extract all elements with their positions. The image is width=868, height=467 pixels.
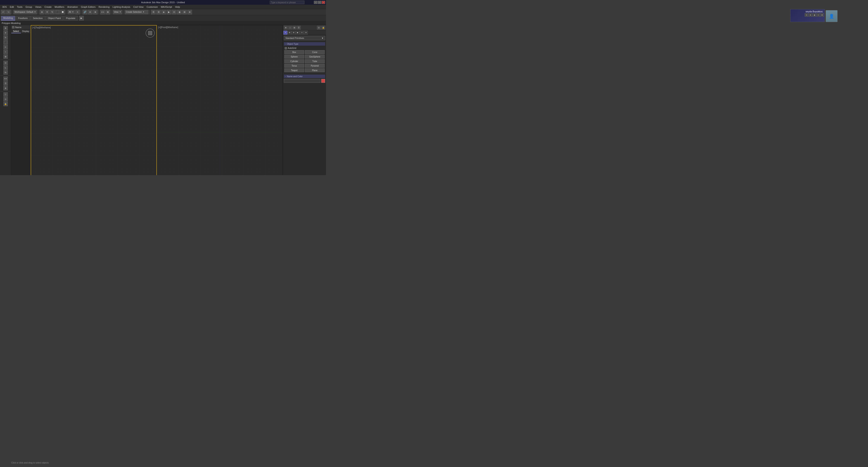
sb-align[interactable]: ☰ (3, 81, 8, 86)
obj-btn-pyramid[interactable]: Pyramid (305, 64, 325, 68)
obj-btn-teapot[interactable]: Teapot (284, 68, 304, 72)
rp-tab-create[interactable]: ✦ (283, 31, 287, 35)
sb-relax[interactable]: ≈ (3, 50, 8, 54)
obj-btn-geosphere[interactable]: GeoSphere (305, 55, 325, 59)
tb-snap[interactable]: 🔲 (60, 10, 65, 14)
tb-scale[interactable]: ⬛ (55, 10, 60, 14)
menu-help[interactable]: Help (174, 5, 181, 9)
sb-rotate[interactable]: ↻ (3, 35, 8, 40)
tb-redo[interactable]: ↪ (6, 10, 11, 14)
rp-scene-btn[interactable]: ⊕ (284, 26, 288, 30)
scene-tab-display[interactable]: Display (21, 29, 31, 33)
minimize-btn[interactable]: ─ (314, 1, 317, 4)
rp-layers-btn[interactable]: ☰ (297, 26, 301, 30)
menu-rendering[interactable]: Rendering (97, 5, 111, 9)
tab-object-paint[interactable]: Object Paint (45, 16, 63, 21)
create-selection-dropdown[interactable]: Create Selection ▼ (125, 10, 148, 14)
sb-time[interactable]: ⊙ (3, 97, 8, 101)
sb-hierarchy[interactable]: ⊕ (3, 86, 8, 90)
obj-btn-torus[interactable]: Torus (284, 64, 304, 68)
tab-selection[interactable]: Selection (30, 16, 45, 21)
tab-more[interactable]: ▶ (79, 16, 84, 21)
tb-more1[interactable]: ⊞ (182, 10, 187, 14)
tb-bind[interactable]: ⊕ (93, 10, 98, 14)
rp-objects-btn[interactable]: □ (288, 26, 292, 30)
rp-tab-modify[interactable]: ⊞ (287, 31, 291, 35)
tb-undo[interactable]: ↩ (1, 10, 6, 14)
sb-paint[interactable]: ✏ (3, 45, 8, 49)
menu-tools[interactable]: Tools (16, 5, 24, 9)
tab-populate[interactable]: Populate (63, 16, 78, 21)
tb-render[interactable]: ▶ (166, 10, 171, 14)
viewport-top[interactable]: [+][Top][Wireframe] X Y (31, 25, 157, 175)
scene-tab-select[interactable]: Select (11, 29, 21, 33)
maximize-btn[interactable]: □ (318, 1, 321, 4)
sb-funnel[interactable]: ▽ (3, 92, 8, 97)
tb-named-sel[interactable]: ≡ (75, 10, 80, 14)
obj-btn-tube[interactable]: Tube (305, 59, 325, 63)
sb-constraint[interactable]: ⊞ (3, 55, 8, 59)
tb-align[interactable]: ⊞ (105, 10, 110, 14)
obj-btn-sphere[interactable]: Sphere (284, 55, 304, 59)
object-color-swatch[interactable] (321, 79, 325, 83)
tb-layers[interactable]: ☰ (151, 10, 156, 14)
menu-3ds[interactable]: 3DS (1, 5, 8, 9)
name-color-collapse[interactable]: − (285, 75, 286, 78)
obj-btn-box[interactable]: Box (284, 50, 304, 54)
tb-render-frame[interactable]: ⊡ (172, 10, 177, 14)
tb-mirror[interactable]: ⟺ (100, 10, 105, 14)
sb-move[interactable]: ✛ (3, 31, 8, 35)
rp-tab-display[interactable]: ⊙ (300, 31, 304, 35)
sb-angle[interactable]: ⊾ (3, 65, 8, 70)
object-name-input[interactable] (284, 79, 320, 83)
autogrid-checkbox[interactable] (285, 47, 287, 49)
scene-filter-cb[interactable] (12, 26, 14, 28)
tb-more2[interactable]: ⊕ (187, 10, 192, 14)
tb-link[interactable]: 🔗 (83, 10, 87, 14)
menu-group[interactable]: Group (24, 5, 33, 9)
menu-maxscript[interactable]: MAXScript (159, 5, 173, 9)
rp-tab-motion[interactable]: ▶ (296, 31, 300, 35)
object-type-collapse[interactable]: − (285, 43, 286, 45)
menu-edit[interactable]: Edit (8, 5, 15, 9)
tb-move[interactable]: ✛ (45, 10, 50, 14)
sb-scale[interactable]: ⬛ (3, 40, 8, 45)
tb-activeshade[interactable]: ◑ (177, 10, 182, 14)
close-btn[interactable]: × (322, 1, 325, 4)
menu-lighting[interactable]: Lighting Analysis (111, 5, 131, 9)
menu-create[interactable]: Create (43, 5, 53, 9)
obj-btn-cylinder[interactable]: Cylinder (284, 59, 304, 63)
menu-civil-view[interactable]: Civil View (132, 5, 145, 9)
view-dropdown[interactable]: View ▼ (113, 10, 122, 14)
filter-dropdown[interactable]: All ▼ (68, 10, 75, 14)
tab-freeform[interactable]: Freeform (16, 16, 30, 21)
tb-unlink[interactable]: ⊖ (88, 10, 92, 14)
rp-tab-hierarchy[interactable]: ⊕ (292, 31, 296, 35)
menu-views[interactable]: Views (34, 5, 43, 9)
menu-customize[interactable]: Customize (145, 5, 159, 9)
rp-hierarchy-btn[interactable]: ⊞ (292, 26, 297, 30)
search-input[interactable] (270, 1, 304, 4)
tb-render-setup[interactable]: ◈ (161, 10, 166, 14)
menu-animation[interactable]: Animation (66, 5, 79, 9)
workspace-dropdown[interactable]: Workspace: Default ▼ (13, 10, 37, 14)
tb-rotate[interactable]: ↻ (50, 10, 55, 14)
rp-tab-utils[interactable]: ⊛ (304, 31, 308, 35)
sb-lock[interactable]: 🔒 (3, 102, 8, 106)
primitive-type-dropdown[interactable]: Standard Primitives ▼ (284, 36, 325, 40)
tb-layer2[interactable]: ☰ (156, 10, 161, 14)
tb-select[interactable]: ⊕ (39, 10, 44, 14)
tab-modeling[interactable]: Modeling (1, 16, 16, 21)
rp-rollout-btn[interactable]: ⊡ (317, 26, 321, 30)
sb-snap[interactable]: ⊡ (3, 61, 8, 65)
menu-graph-editors[interactable]: Graph Editors (80, 5, 97, 9)
sb-percent[interactable]: % (3, 70, 8, 75)
obj-btn-plane[interactable]: Plane (305, 68, 325, 72)
rp-lock-btn[interactable]: 🔒 (321, 26, 325, 30)
obj-btn-cone[interactable]: Cone (305, 50, 325, 54)
tb-sep8 (149, 10, 150, 14)
sb-select[interactable]: ⊕ (3, 26, 8, 30)
menu-modifiers[interactable]: Modifiers (53, 5, 66, 9)
viewport-front[interactable]: [+][Front][Wireframe] X Z (157, 25, 283, 175)
sb-mirror[interactable]: ⟺ (3, 77, 8, 81)
